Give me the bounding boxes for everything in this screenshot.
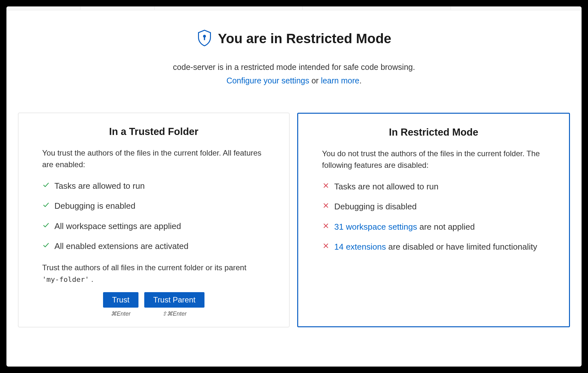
check-icon <box>42 240 50 250</box>
feature-text: 31 workspace settings are not applied <box>334 221 545 233</box>
trust-prompt-pre: Trust the authors of all files in the cu… <box>42 263 246 272</box>
feature-item: All workspace settings are applied <box>42 220 265 232</box>
trust-prompt: Trust the authors of all files in the cu… <box>28 262 280 285</box>
feature-text: All enabled extensions are activated <box>54 240 265 252</box>
x-icon <box>322 181 330 190</box>
subtitle-links: Configure your settings or learn more. <box>16 74 572 87</box>
restricted-feature-list: Tasks are not allowed to run Debugging i… <box>308 181 559 253</box>
feature-text: 14 extensions are disabled or have limit… <box>334 241 545 253</box>
x-icon <box>322 221 330 231</box>
feature-text: Tasks are allowed to run <box>54 180 265 192</box>
restricted-mode-panel: In Restricted Mode You do not trust the … <box>297 113 570 327</box>
subtitle-text: code-server is in a restricted mode inte… <box>16 61 572 73</box>
workspace-settings-link[interactable]: 31 workspace settings <box>334 222 417 232</box>
restricted-panel-title: In Restricted Mode <box>308 127 559 138</box>
feature-text: Tasks are not allowed to run <box>334 181 545 192</box>
period: . <box>359 76 362 85</box>
extensions-link[interactable]: 14 extensions <box>334 242 386 252</box>
trust-parent-button-group: Trust Parent ⇧⌘Enter <box>144 292 204 317</box>
subtitle-block: code-server is in a restricted mode inte… <box>16 61 572 87</box>
restricted-panel-description: You do not trust the authors of the file… <box>308 148 559 171</box>
trusted-panel-title: In a Trusted Folder <box>28 126 280 138</box>
feature-text: Debugging is enabled <box>54 200 265 212</box>
trust-keybind: ⌘Enter <box>111 310 130 317</box>
trust-parent-button[interactable]: Trust Parent <box>144 292 204 308</box>
feature-text-after: are not applied <box>417 222 475 232</box>
trusted-panel-description: You trust the authors of the files in th… <box>28 147 280 170</box>
trust-parent-keybind: ⇧⌘Enter <box>162 310 186 317</box>
editor-tabs-bar <box>6 6 582 10</box>
tab-placeholder[interactable] <box>6 6 81 10</box>
feature-item: 31 workspace settings are not applied <box>322 221 545 233</box>
trusted-feature-list: Tasks are allowed to run Debugging is en… <box>28 180 280 252</box>
x-icon <box>322 241 330 251</box>
feature-text-after: are disabled or have limited functionali… <box>386 242 537 252</box>
workspace-trust-editor: You are in Restricted Mode code-server i… <box>6 6 582 367</box>
feature-item: Debugging is enabled <box>42 200 265 212</box>
learn-more-link[interactable]: learn more <box>321 76 359 85</box>
tab-placeholder[interactable] <box>303 6 451 10</box>
page-title: You are in Restricted Mode <box>218 31 391 46</box>
feature-item: Tasks are not allowed to run <box>322 181 545 192</box>
folder-name: 'my-folder' <box>42 275 89 283</box>
check-icon <box>42 180 50 190</box>
feature-item: Debugging is disabled <box>322 201 545 212</box>
feature-item: 14 extensions are disabled or have limit… <box>322 241 545 253</box>
check-icon <box>42 200 50 210</box>
svg-rect-1 <box>204 37 205 40</box>
header-section: You are in Restricted Mode code-server i… <box>16 30 572 87</box>
content-area: You are in Restricted Mode code-server i… <box>6 10 582 337</box>
trust-prompt-post: . <box>89 275 93 283</box>
configure-settings-link[interactable]: Configure your settings <box>226 76 309 85</box>
trust-button-row: Trust ⌘Enter Trust Parent ⇧⌘Enter <box>28 292 280 317</box>
trust-button-group: Trust ⌘Enter <box>103 292 138 317</box>
feature-item: All enabled extensions are activated <box>42 240 265 252</box>
check-icon <box>42 220 50 230</box>
tab-placeholder[interactable] <box>155 6 303 10</box>
tab-placeholder[interactable] <box>81 6 155 10</box>
panels-row: In a Trusted Folder You trust the author… <box>16 113 572 327</box>
title-row: You are in Restricted Mode <box>16 30 572 48</box>
feature-text: All workspace settings are applied <box>54 220 265 232</box>
feature-item: Tasks are allowed to run <box>42 180 265 192</box>
feature-text: Debugging is disabled <box>334 201 545 212</box>
or-text: or <box>309 76 321 85</box>
x-icon <box>322 201 330 210</box>
shield-icon <box>197 30 212 48</box>
trust-button[interactable]: Trust <box>103 292 138 308</box>
trusted-folder-panel: In a Trusted Folder You trust the author… <box>18 113 289 327</box>
